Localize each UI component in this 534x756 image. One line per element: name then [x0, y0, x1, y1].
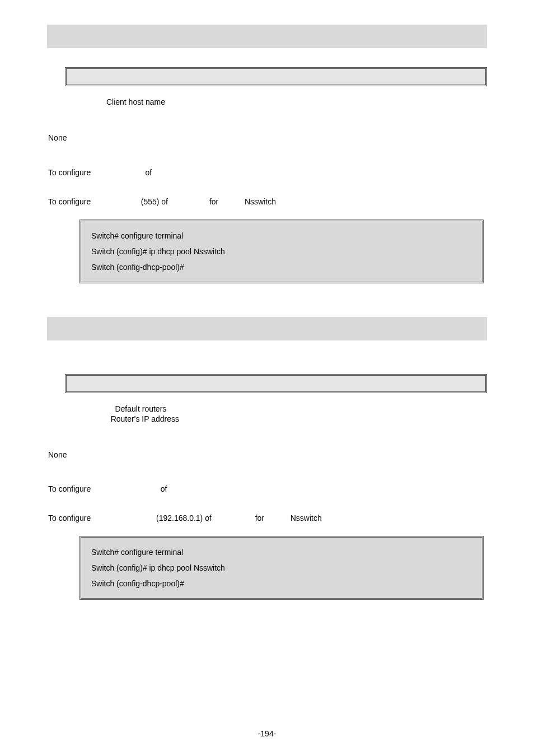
example-for-2: for [253, 514, 266, 522]
default-value: None [48, 132, 487, 144]
code-line-2: Switch (config)# ip dhcp pool Nsswitch [91, 244, 472, 259]
example-555: (555) of [139, 197, 170, 206]
example-for: for [207, 197, 221, 206]
usage-of-2: of [158, 484, 169, 493]
usage-gap-2 [93, 484, 158, 493]
page-number: -194- [0, 729, 534, 738]
example-nsswitch-2: Nsswitch [288, 514, 324, 522]
example-prefix-2: To configure [48, 514, 93, 522]
example-gap1 [93, 197, 139, 206]
section-header [47, 25, 487, 48]
code-block-2: Switch# configure terminal Switch (confi… [79, 536, 484, 600]
code-line-1: Switch# configure terminal [91, 228, 472, 244]
param-router-ip: Router's IP address [111, 414, 179, 423]
param-default-routers: Default routers [115, 404, 166, 413]
indent-gap-2b [65, 414, 111, 423]
usage-gap [93, 168, 143, 177]
example-nsswitch: Nsswitch [242, 197, 278, 206]
example-gap1-2 [93, 514, 154, 522]
example-gap3-2 [266, 514, 288, 522]
example-gap2 [170, 197, 207, 206]
usage-of: of [143, 168, 154, 177]
usage-prefix-2: To configure [48, 484, 93, 493]
param-hostname: Client host name [106, 97, 165, 106]
example-gap3 [221, 197, 242, 206]
example-prefix: To configure [48, 197, 93, 206]
section-header-2 [47, 317, 487, 340]
code-line-3: Switch (config-dhcp-pool)# [91, 259, 472, 275]
usage-prefix: To configure [48, 168, 93, 177]
syntax-box [65, 67, 487, 86]
code-line-1b: Switch# configure terminal [91, 544, 472, 560]
code-block: Switch# configure terminal Switch (confi… [79, 220, 484, 283]
code-line-2b: Switch (config)# ip dhcp pool Nsswitch [91, 560, 472, 576]
indent-gap [65, 97, 106, 106]
example-gap2-2 [214, 514, 253, 522]
code-line-3b: Switch (config-dhcp-pool)# [91, 576, 472, 591]
example-ip: (192.168.0.1) of [154, 514, 214, 522]
syntax-box-2 [65, 374, 487, 393]
default-value-2: None [48, 449, 487, 461]
indent-gap-2a [65, 404, 115, 413]
